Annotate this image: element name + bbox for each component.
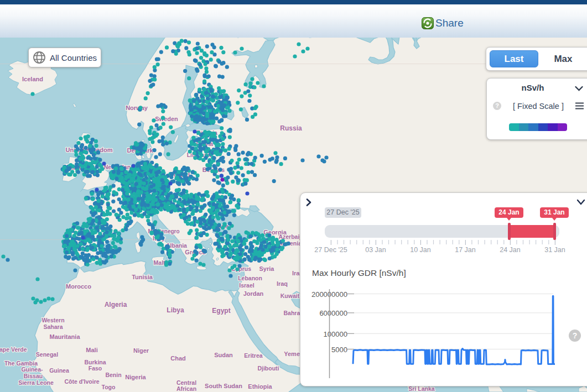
svg-text:Togo: Togo xyxy=(102,384,116,390)
svg-text:Sweden: Sweden xyxy=(155,116,178,122)
svg-text:Iceland: Iceland xyxy=(22,76,43,82)
svg-text:Guinea-: Guinea- xyxy=(21,366,43,373)
svg-text:Benin: Benin xyxy=(105,372,121,378)
svg-text:Bissau: Bissau xyxy=(24,373,43,379)
svg-text:Sudan: Sudan xyxy=(214,352,233,358)
svg-text:Sierra Leone: Sierra Leone xyxy=(18,379,54,386)
svg-text:Morocco: Morocco xyxy=(66,283,91,290)
svg-text:Chad: Chad xyxy=(170,355,186,362)
svg-text:Djibouti: Djibouti xyxy=(257,365,279,372)
svg-text:South Sudan: South Sudan xyxy=(205,383,242,389)
svg-text:Lebanon: Lebanon xyxy=(238,275,262,281)
svg-text:Norway: Norway xyxy=(126,104,148,111)
svg-text:Mali: Mali xyxy=(86,347,97,353)
svg-text:Nigeria: Nigeria xyxy=(125,374,146,380)
svg-text:The Gambia: The Gambia xyxy=(4,360,38,367)
svg-text:Libya: Libya xyxy=(167,306,184,314)
svg-text:Mauritania: Mauritania xyxy=(49,333,80,340)
svg-text:Kuwait: Kuwait xyxy=(280,292,300,299)
svg-text:Senegal: Senegal xyxy=(36,351,58,358)
svg-text:Jordan: Jordan xyxy=(243,290,264,297)
svg-text:Faso: Faso xyxy=(89,365,102,372)
svg-text:Iraq: Iraq xyxy=(277,280,288,287)
svg-text:Côte d'Ivoire: Côte d'Ivoire xyxy=(64,378,99,385)
svg-text:Sahara: Sahara xyxy=(43,323,63,330)
svg-text:African: African xyxy=(176,385,196,392)
svg-text:Russia: Russia xyxy=(280,124,302,132)
svg-text:Tunisia: Tunisia xyxy=(132,274,153,280)
svg-text:Egypt: Egypt xyxy=(212,307,230,315)
svg-text:Niger: Niger xyxy=(133,347,149,354)
svg-text:Israel: Israel xyxy=(239,282,254,289)
svg-text:Western: Western xyxy=(41,317,64,323)
svg-text:Algeria: Algeria xyxy=(105,301,127,309)
svg-text:Ethiopia: Ethiopia xyxy=(248,383,272,390)
svg-text:Eritrea: Eritrea xyxy=(244,352,262,359)
svg-text:Guinea: Guinea xyxy=(49,367,69,374)
svg-text:Cape Verde: Cape Verde xyxy=(0,346,27,353)
svg-text:Syria: Syria xyxy=(259,265,275,272)
